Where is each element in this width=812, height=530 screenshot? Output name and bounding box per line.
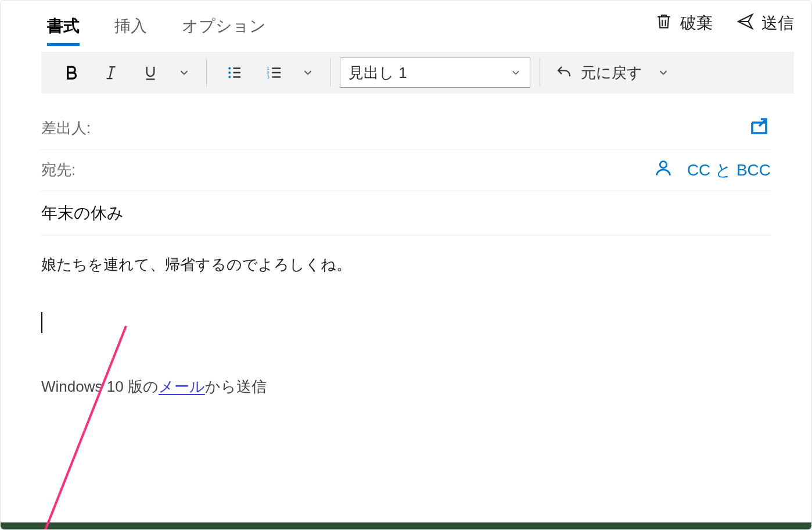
- underline-icon: [142, 64, 159, 81]
- svg-point-2: [228, 76, 231, 78]
- from-label: 差出人:: [41, 118, 111, 138]
- person-icon: [653, 158, 673, 178]
- svg-point-0: [228, 67, 231, 70]
- bullet-list-icon: [226, 64, 243, 81]
- send-label: 送信: [761, 12, 794, 34]
- open-new-window-icon: [748, 116, 771, 137]
- top-actions: 破棄 送信: [655, 12, 794, 35]
- heading-style-select[interactable]: 見出し 1: [340, 58, 530, 88]
- separator: [206, 59, 207, 87]
- signature-suffix: から送信: [205, 378, 267, 395]
- svg-point-1: [228, 71, 231, 74]
- to-label: 宛先:: [41, 160, 111, 180]
- discard-label: 破棄: [680, 12, 713, 34]
- pick-contact-button[interactable]: [653, 158, 673, 182]
- svg-point-6: [660, 162, 666, 168]
- subject-text: 年末の休み: [41, 202, 124, 224]
- subject-row[interactable]: 年末の休み: [41, 191, 771, 235]
- bold-button[interactable]: [53, 56, 90, 89]
- open-new-window-button[interactable]: [748, 116, 771, 141]
- signature-prefix: Windows 10 版の: [41, 378, 159, 395]
- send-button[interactable]: 送信: [736, 12, 794, 35]
- menubar: 書式 挿入 オプション 破棄 送信: [1, 1, 811, 46]
- undo-more-dropdown[interactable]: [651, 60, 676, 85]
- compose-window: 書式 挿入 オプション 破棄 送信: [0, 0, 812, 530]
- text-caret: [41, 312, 42, 333]
- tab-format[interactable]: 書式: [47, 15, 80, 46]
- separator: [540, 59, 540, 87]
- message-body[interactable]: 娘たちを連れて、帰省するのでよろしくね。 Windows 10 版のメールから送…: [41, 235, 771, 399]
- italic-icon: [102, 64, 120, 81]
- font-more-dropdown[interactable]: [171, 60, 197, 85]
- bullet-list-button[interactable]: [216, 56, 253, 89]
- undo-button[interactable]: 元に戻す: [549, 63, 648, 83]
- to-row[interactable]: 宛先: CC と BCC: [41, 149, 771, 191]
- bottom-bar: [1, 522, 811, 529]
- tab-insert[interactable]: 挿入: [114, 15, 147, 46]
- signature: Windows 10 版のメールから送信: [41, 375, 771, 399]
- underline-button[interactable]: [132, 56, 169, 89]
- chevron-down-icon: [178, 66, 191, 79]
- header-fields: 差出人: 宛先: CC と BCC 年末の休み 娘たちを連れて、帰省するので: [1, 94, 811, 399]
- chevron-down-icon: [301, 66, 314, 79]
- svg-text:3: 3: [267, 74, 270, 80]
- tabs: 書式 挿入 オプション: [47, 1, 266, 46]
- from-row[interactable]: 差出人:: [41, 108, 771, 149]
- chevron-down-icon: [510, 67, 522, 78]
- heading-style-value: 見出し 1: [348, 63, 407, 83]
- numbered-list-icon: 1 2 3: [265, 64, 283, 81]
- italic-button[interactable]: [92, 56, 130, 89]
- send-icon: [736, 12, 754, 35]
- discard-button[interactable]: 破棄: [655, 12, 713, 35]
- undo-label: 元に戻す: [581, 63, 642, 83]
- separator: [330, 59, 330, 87]
- list-more-dropdown[interactable]: [295, 60, 321, 85]
- cc-bcc-button[interactable]: CC と BCC: [687, 159, 771, 181]
- format-ribbon: 1 2 3 見出し 1 元に戻す: [41, 52, 794, 94]
- bold-icon: [63, 64, 80, 81]
- numbered-list-button[interactable]: 1 2 3: [256, 56, 293, 89]
- chevron-down-icon: [657, 66, 670, 79]
- undo-icon: [555, 64, 573, 81]
- tab-options[interactable]: オプション: [182, 15, 266, 46]
- trash-icon: [655, 12, 673, 35]
- signature-link[interactable]: メール: [159, 378, 205, 395]
- body-line: 娘たちを連れて、帰省するのでよろしくね。: [41, 253, 771, 277]
